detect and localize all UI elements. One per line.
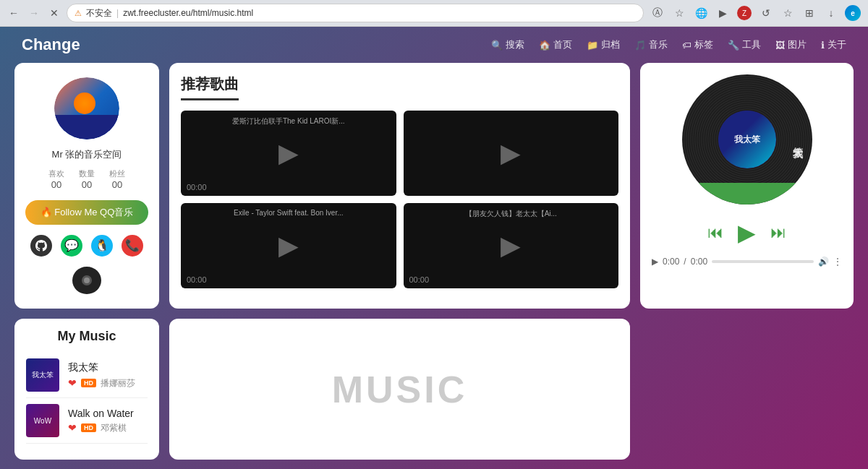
time-current: 0:00 [663, 257, 679, 267]
music-item-2[interactable]: WoW Walk on Water ❤ HD 邓紫棋 [26, 398, 148, 444]
vinyl-disc: 我太笨 我太笨 [682, 74, 812, 205]
qq-icon[interactable]: 🐧 [91, 235, 113, 257]
music-nav-icon: 🎵 [634, 40, 646, 51]
download-icon[interactable]: ↓ [822, 4, 841, 22]
nav-archive[interactable]: 📁 归档 [587, 38, 620, 51]
collections-icon[interactable]: ⊞ [800, 4, 819, 22]
browser-chrome: ← → ✕ ⚠ 不安全 | zwt.freecluster.eu/html/mu… [0, 0, 868, 27]
phone-icon[interactable]: 📞 [122, 235, 143, 257]
next-button[interactable]: ⏭ [770, 223, 786, 242]
favorites-icon[interactable]: ☆ [778, 4, 797, 22]
media-icon[interactable]: ▶ [713, 4, 732, 22]
vinyl-center: 我太笨 [718, 111, 776, 168]
video-4-time: 00:00 [409, 275, 430, 284]
main-content: Mr 张的音乐空间 喜欢 00 数量 00 粉丝 00 🔥 Follow Me … [0, 63, 868, 467]
edge-logo[interactable]: e [843, 4, 862, 22]
social-icons: 💬 🐧 📞 [30, 235, 143, 257]
video-1-title: 爱斯汀比伯联手The Kid LAROI新... [181, 116, 396, 126]
nav-tags-label: 标签 [694, 38, 713, 51]
music-watermark: MUSIC [332, 368, 468, 411]
hd-badge-1: HD [81, 379, 96, 387]
security-icon: ⚠ [75, 9, 82, 18]
volume-icon[interactable]: 🔊 [818, 257, 829, 267]
nav-home-label: 首页 [553, 38, 572, 51]
stat-count-value: 00 [79, 179, 95, 190]
time-total: 0:00 [691, 257, 707, 267]
browser-toolbar: ← → ✕ ⚠ 不安全 | zwt.freecluster.eu/html/mu… [0, 0, 868, 26]
vinyl-outer: 我太笨 我太笨 [682, 74, 812, 205]
stat-likes: 喜欢 00 [48, 168, 64, 190]
video-3[interactable]: Exile - Taylor Swift feat. Bon Iver... ▶… [181, 203, 396, 288]
heart-icon-1: ❤ [68, 377, 77, 389]
nav-tools[interactable]: 🔧 工具 [728, 38, 761, 51]
avatar [54, 77, 119, 139]
more-icon[interactable]: ⋮ [833, 257, 842, 267]
nav-home[interactable]: 🏠 首页 [539, 38, 572, 51]
profile-avatar[interactable]: Z [735, 4, 754, 22]
nav-tools-label: 工具 [742, 38, 761, 51]
play-icon-2: ▶ [501, 138, 521, 168]
profile-name: Mr 张的音乐空间 [52, 148, 122, 161]
nav-archive-label: 归档 [601, 38, 620, 51]
profile-stats: 喜欢 00 数量 00 粉丝 00 [48, 168, 125, 190]
play-small-icon[interactable]: ▶ [652, 257, 658, 267]
my-music-title: My Music [26, 329, 148, 344]
top-nav: Change 🔍 搜索 🏠 首页 📁 归档 🎵 音乐 🏷 标签 🔧 工具 🖼 图… [0, 27, 868, 63]
nav-tags[interactable]: 🏷 标签 [682, 38, 713, 51]
toolbar-icons: Ⓐ ☆ 🌐 ▶ Z ↺ ☆ ⊞ ↓ e [648, 4, 862, 22]
stat-count-label: 数量 [79, 168, 95, 179]
image-icon: 🖼 [775, 40, 785, 51]
wechat-icon[interactable]: 💬 [61, 235, 82, 257]
nav-links: 🔍 搜索 🏠 首页 📁 归档 🎵 音乐 🏷 标签 🔧 工具 🖼 图片 ℹ [491, 38, 846, 51]
avatar-image [54, 77, 119, 139]
recommended-card: 推荐歌曲 爱斯汀比伯联手The Kid LAROI新... ▶ 00:00 ▶ … [169, 63, 630, 309]
search-icon: 🔍 [491, 40, 503, 51]
music-info-2: Walk on Water ❤ HD 邓紫棋 [68, 408, 148, 434]
nav-about-label: 关于 [827, 38, 846, 51]
profile-card: Mr 张的音乐空间 喜欢 00 数量 00 粉丝 00 🔥 Follow Me … [14, 63, 159, 309]
music-info-1: 我太笨 ❤ HD 播娜丽莎 [68, 361, 148, 390]
archive-icon: 📁 [587, 40, 598, 51]
github-icon[interactable] [30, 235, 52, 257]
player-controls: ⏮ ▶ ⏭ [707, 219, 786, 246]
home-icon: 🏠 [539, 40, 550, 51]
nav-about[interactable]: ℹ 关于 [821, 38, 846, 51]
music-name-1: 我太笨 [68, 361, 148, 374]
edge-icon: e [845, 5, 861, 21]
play-icon-1: ▶ [278, 138, 299, 168]
video-2[interactable]: ▶ [404, 111, 619, 196]
address-bar[interactable]: ⚠ 不安全 | zwt.freecluster.eu/html/music.ht… [67, 4, 644, 22]
music-disc [72, 267, 101, 294]
profile-icon[interactable]: Ⓐ [648, 4, 667, 22]
video-3-time: 00:00 [187, 275, 207, 284]
security-label: 不安全 [86, 7, 112, 20]
nav-search[interactable]: 🔍 搜索 [491, 38, 524, 51]
music-name-2: Walk on Water [68, 408, 148, 419]
nav-images[interactable]: 🖼 图片 [775, 38, 807, 51]
stat-followers: 粉丝 00 [109, 168, 125, 190]
follow-button[interactable]: 🔥 Follow Me QQ音乐 [25, 200, 148, 225]
video-1[interactable]: 爱斯汀比伯联手The Kid LAROI新... ▶ 00:00 [181, 111, 396, 196]
thumb-image-1: 我太笨 [26, 358, 59, 392]
about-icon: ℹ [821, 40, 825, 51]
back-button[interactable]: ← [6, 5, 22, 21]
music-watermark-card: MUSIC [169, 319, 630, 460]
progress-bar[interactable] [712, 260, 814, 263]
music-item-1[interactable]: 我太笨 我太笨 ❤ HD 播娜丽莎 [26, 353, 148, 398]
browser-icon-1[interactable]: 🌐 [692, 4, 710, 22]
music-thumb-1: 我太笨 [26, 358, 59, 392]
close-button[interactable]: ✕ [46, 5, 62, 21]
artist-name-1: 播娜丽莎 [101, 377, 135, 390]
video-4-title: 【朋友欠人钱】老太太【Ai... [404, 209, 619, 219]
hd-badge-2: HD [81, 423, 96, 432]
stat-count: 数量 00 [79, 168, 95, 190]
nav-music[interactable]: 🎵 音乐 [634, 38, 668, 51]
audio-bar: ▶ 0:00 / 0:00 🔊 ⋮ [652, 257, 842, 267]
refresh-icon[interactable]: ↺ [757, 4, 775, 22]
prev-button[interactable]: ⏮ [707, 223, 723, 242]
forward-button[interactable]: → [26, 5, 42, 21]
thumb-image-2: WoW [26, 404, 59, 437]
play-button[interactable]: ▶ [738, 219, 756, 246]
star-icon[interactable]: ☆ [670, 4, 689, 22]
video-4[interactable]: 【朋友欠人钱】老太太【Ai... ▶ 00:00 [404, 203, 619, 288]
